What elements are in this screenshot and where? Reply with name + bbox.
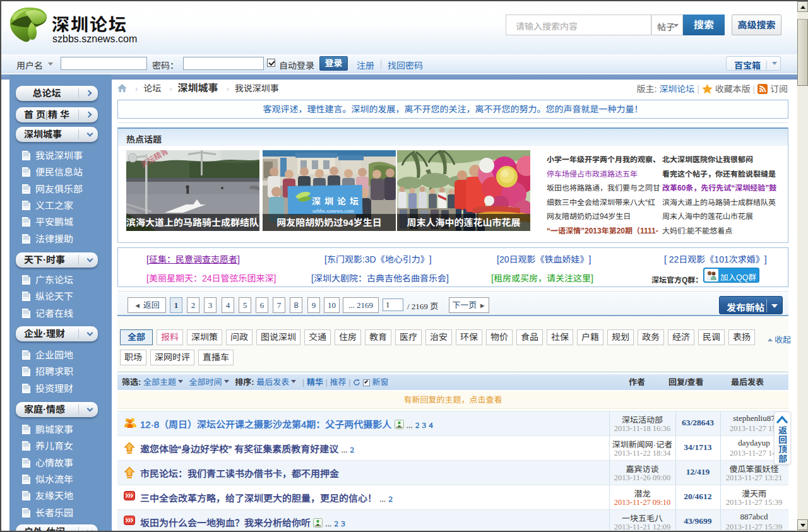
svg-text:szbbs.sznews.com: szbbs.sznews.com — [312, 208, 354, 214]
svg-text:深圳论坛: 深圳论坛 — [312, 194, 362, 207]
